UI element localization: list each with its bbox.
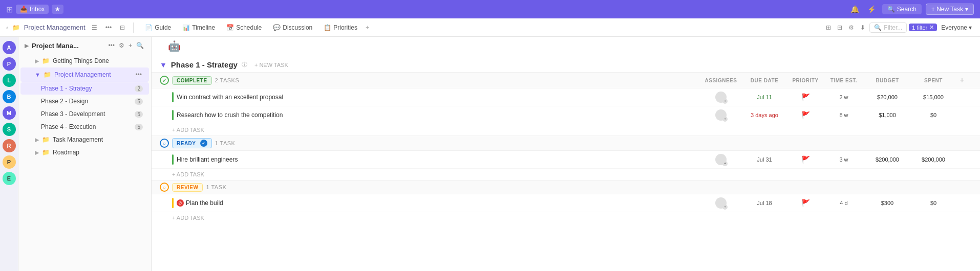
new-task-button[interactable]: + New Task ▾ xyxy=(926,4,974,15)
robot-icon: 🤖 xyxy=(160,38,189,54)
new-task-inline-btn[interactable]: + NEW TASK xyxy=(251,61,291,69)
phase3-count: 5 xyxy=(135,111,143,118)
task-t1-name-cell: Win contract with an excellent proposal xyxy=(172,92,700,102)
task-t1-timeest: 2 w xyxy=(823,94,864,100)
sidebar-filter-btn[interactable]: 🔍 xyxy=(135,41,145,50)
list-view-icon[interactable]: ☰ xyxy=(90,23,99,32)
assignee-avatar-t1[interactable] xyxy=(715,92,727,103)
add-task-ready[interactable]: + ADD TASK xyxy=(152,169,980,180)
avatar-e[interactable]: E xyxy=(3,172,16,185)
review-check-icon[interactable]: ○ xyxy=(160,183,169,192)
settings-icon-btn[interactable]: ⚙ xyxy=(846,23,856,32)
assignee-avatar-t2[interactable] xyxy=(715,109,727,121)
avatar-m[interactable]: M xyxy=(3,106,16,120)
sidebar-item-phase-4[interactable]: Phase 4 - Execution 5 xyxy=(20,121,149,133)
bell-button[interactable]: 🔔 xyxy=(848,4,861,14)
avatar-l[interactable]: L xyxy=(3,74,16,87)
sidebar-item-task-management[interactable]: ▶ 📁 Task Management xyxy=(20,133,149,146)
complete-badge[interactable]: COMPLETE xyxy=(172,76,212,85)
task-row-t3[interactable]: Hire brilliant engineers Jul 31 🚩 3 w xyxy=(152,151,980,169)
guide-label: Guide xyxy=(155,24,171,31)
tab-priorities[interactable]: 📋 Priorities xyxy=(318,22,363,33)
tab-guide[interactable]: 📄 Guide xyxy=(140,22,176,33)
sidebar-item-roadmap[interactable]: ▶ 📁 Roadmap xyxy=(20,146,149,159)
grid-icon[interactable]: ⊞ xyxy=(6,5,13,14)
task-t2-budget-label: $1,000 xyxy=(879,112,896,118)
more-options-icon[interactable]: ••• xyxy=(103,23,114,32)
collapse-sidebar-button[interactable]: ‹ xyxy=(6,25,8,31)
breadcrumb[interactable]: Project Management xyxy=(24,24,86,31)
panel-icon[interactable]: ⊟ xyxy=(118,23,127,32)
task-t2-name-cell: Research how to crush the competition xyxy=(172,110,700,120)
complete-task-count: 2 TASKS xyxy=(215,77,240,83)
sidebar-more-btn[interactable]: ••• xyxy=(107,41,116,50)
task-row-t4[interactable]: ⊘ Plan the build Jul 18 🚩 4 d xyxy=(152,194,980,212)
review-name-col: ○ REVIEW 1 TASK xyxy=(160,183,972,192)
sidebar-header: ▶ Project Mana... ••• ⚙ + 🔍 xyxy=(18,37,151,54)
task-t3-name: Hire brilliant engineers xyxy=(177,156,238,163)
sub-topbar-left: ‹ 📁 Project Management ☰ ••• ⊟ 📄 Guide 📊… xyxy=(6,22,824,33)
table-icon-btn[interactable]: ⊟ xyxy=(835,23,844,32)
status-icon-row: 🤖 xyxy=(152,37,980,55)
divider xyxy=(133,22,134,33)
task-t1-assignees xyxy=(700,92,741,103)
complete-check-icon[interactable]: ✓ xyxy=(160,76,169,85)
sidebar-add-btn[interactable]: ⚙ xyxy=(118,41,125,50)
everyone-dropdown[interactable]: Everyone ▾ xyxy=(939,23,974,32)
view-icon-btn[interactable]: ⊞ xyxy=(824,23,833,32)
review-task-count: 1 TASK xyxy=(206,184,226,190)
sidebar-item-phase-3[interactable]: Phase 3 - Development 5 xyxy=(20,108,149,120)
ready-header-row: ○ READY ✓ 1 TASK xyxy=(152,136,980,151)
avatar-a[interactable]: A xyxy=(3,41,16,54)
main-layout: A P L B M S R P E ▶ Project Mana... ••• … xyxy=(0,37,980,271)
add-col-btn[interactable]: + xyxy=(956,75,968,86)
rm-folder-icon: 📁 xyxy=(42,149,50,156)
filter-placeholder: Filter... xyxy=(884,24,902,31)
col-header-add: + xyxy=(956,75,972,86)
add-tab-icon[interactable]: + xyxy=(364,22,372,32)
phase-header[interactable]: ▼ Phase 1 - Strategy ⓘ + NEW TASK xyxy=(152,55,980,72)
filter-input[interactable]: 🔍 Filter... xyxy=(869,22,907,33)
inbox-button[interactable]: 📥 Inbox xyxy=(16,5,49,14)
pm-more-btn[interactable]: ••• xyxy=(134,70,143,79)
avatar-p2[interactable]: P xyxy=(3,155,16,169)
task-t4-time-label: 4 d xyxy=(840,200,847,206)
discussion-icon: 💬 xyxy=(273,24,281,31)
tab-timeline[interactable]: 📊 Timeline xyxy=(177,22,220,33)
sidebar-search-btn[interactable]: + xyxy=(127,41,133,50)
task-t2-name: Research how to crush the competition xyxy=(177,111,283,119)
star-button[interactable]: ★ xyxy=(52,5,63,14)
review-badge[interactable]: REVIEW xyxy=(172,183,203,192)
tab-discussion[interactable]: 💬 Discussion xyxy=(268,22,317,33)
avatar-s[interactable]: S xyxy=(3,123,16,136)
filter-close-icon[interactable]: ✕ xyxy=(929,24,934,31)
avatar-r[interactable]: R xyxy=(3,139,16,152)
tab-schedule[interactable]: 📅 Schedule xyxy=(221,22,267,33)
search-button[interactable]: 🔍 Search xyxy=(882,4,922,14)
everyone-label: Everyone xyxy=(941,24,967,31)
sidebar-item-project-management[interactable]: ▼ 📁 Project Management ••• xyxy=(20,67,149,82)
phase-info-icon[interactable]: ⓘ xyxy=(242,61,247,69)
sidebar-item-phase-1[interactable]: Phase 1 - Strategy 2 xyxy=(20,82,149,95)
task-row-t1[interactable]: Win contract with an excellent proposal … xyxy=(152,88,980,106)
avatar-p1[interactable]: P xyxy=(3,57,16,71)
add-task-review[interactable]: + ADD TASK xyxy=(152,212,980,223)
add-task-complete[interactable]: + ADD TASK xyxy=(152,124,980,136)
sidebar-item-phase-2[interactable]: Phase 2 - Design 5 xyxy=(20,95,149,107)
ready-badge[interactable]: READY ✓ xyxy=(172,138,212,148)
download-icon-btn[interactable]: ⬇ xyxy=(858,23,867,32)
lightning-button[interactable]: ⚡ xyxy=(865,4,878,14)
assignee-avatar-t3[interactable] xyxy=(715,154,727,165)
task-row-t2[interactable]: Research how to crush the competition 3 … xyxy=(152,106,980,124)
phase-collapse-icon[interactable]: ▼ xyxy=(160,61,167,69)
task-t4-assignees xyxy=(700,197,741,209)
task-t2-spent: $0 xyxy=(910,112,956,118)
sidebar-item-getting-things-done[interactable]: ▶ 📁 Getting Things Done xyxy=(20,55,149,67)
nav-tabs: 📄 Guide 📊 Timeline 📅 Schedule 💬 Discussi… xyxy=(140,22,371,33)
avatar-b[interactable]: B xyxy=(3,90,16,103)
ready-check-icon[interactable]: ○ xyxy=(160,139,169,148)
task-t3-spent-label: $200,000 xyxy=(922,156,945,163)
task-t3-assignees xyxy=(700,154,741,165)
assignee-avatar-t4[interactable] xyxy=(715,197,727,209)
section-ready: ○ READY ✓ 1 TASK Hire brilliant engineer… xyxy=(152,136,980,180)
